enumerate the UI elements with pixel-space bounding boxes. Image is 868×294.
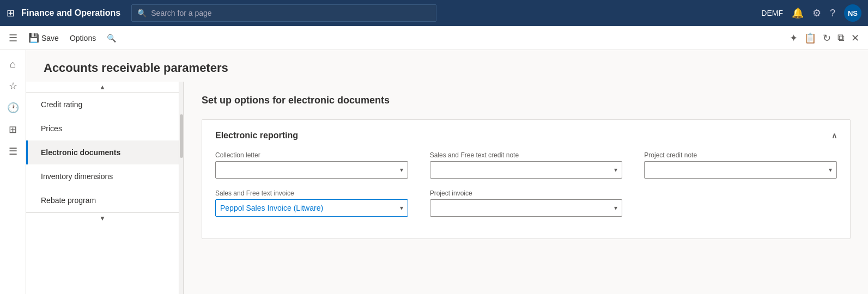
sales-credit-note-field: Sales and Free text credit note ▾: [430, 151, 623, 179]
chevron-down-icon: ▾: [614, 204, 617, 212]
sales-invoice-label: Sales and Free text invoice: [215, 189, 408, 197]
chevron-down-icon: ▾: [829, 166, 832, 174]
sales-credit-note-label: Sales and Free text credit note: [430, 151, 623, 159]
grid-menu-icon[interactable]: ⊞: [7, 7, 15, 19]
project-credit-note-dropdown[interactable]: ▾: [644, 161, 837, 179]
reporting-section-title: Electronic reporting ∧: [215, 131, 837, 140]
chevron-down-icon: ▾: [400, 204, 403, 212]
open-new-icon[interactable]: ⧉: [837, 32, 845, 44]
left-list: ▲ Credit rating Prices Electronic docume…: [26, 82, 179, 294]
sidebar-item-inventory-dimensions[interactable]: Inventory dimensions: [26, 164, 179, 188]
company-label: DEMF: [761, 9, 783, 17]
recent-icon[interactable]: 🕐: [3, 98, 23, 118]
collection-letter-dropdown[interactable]: ▾: [215, 161, 408, 179]
section-heading: Set up options for electronic documents: [202, 95, 851, 106]
collection-letter-field: Collection letter ▾: [215, 151, 408, 179]
bookmark-icon[interactable]: 📋: [804, 32, 816, 44]
chevron-down-icon: ▾: [614, 166, 617, 174]
search-box[interactable]: 🔍: [131, 4, 436, 22]
command-bar: ☰ 💾 Save Options 🔍 ✦ 📋 ↻ ⧉ ✕: [0, 26, 868, 50]
left-scrollbar[interactable]: [179, 82, 184, 294]
reporting-section: Electronic reporting ∧ Collection letter…: [202, 119, 851, 239]
collection-letter-label: Collection letter: [215, 151, 408, 159]
save-button[interactable]: 💾 Save: [24, 30, 63, 45]
chevron-down-icon: ▾: [400, 166, 403, 174]
project-credit-note-label: Project credit note: [644, 151, 837, 159]
split-area: ▲ Credit rating Prices Electronic docume…: [26, 82, 868, 294]
help-icon[interactable]: ?: [830, 8, 835, 19]
side-navigation: ⌂ ☆ 🕐 ⊞ ☰: [0, 50, 26, 294]
page-content: Accounts receivable parameters ▲ Credit …: [26, 50, 868, 294]
project-invoice-field: Project invoice ▾: [430, 189, 623, 217]
home-icon[interactable]: ⌂: [3, 54, 23, 74]
settings-icon[interactable]: ⚙: [812, 7, 821, 19]
sales-credit-note-dropdown[interactable]: ▾: [430, 161, 623, 179]
sidebar-item-credit-rating[interactable]: Credit rating: [26, 93, 179, 117]
personalize-icon[interactable]: ✦: [790, 32, 798, 44]
notification-icon[interactable]: 🔔: [792, 7, 804, 19]
main-layout: ⌂ ☆ 🕐 ⊞ ☰ Accounts receivable parameters…: [0, 50, 868, 294]
right-panel: Set up options for electronic documents …: [184, 82, 868, 294]
search-input[interactable]: [151, 9, 430, 17]
favorites-icon[interactable]: ☆: [3, 76, 23, 96]
command-bar-right: ✦ 📋 ↻ ⧉ ✕: [790, 32, 859, 44]
form-row-1: Collection letter ▾ Sales and Free text …: [215, 151, 837, 179]
top-navigation: ⊞ Finance and Operations 🔍 DEMF 🔔 ⚙ ? NS: [0, 0, 868, 26]
sidebar-item-electronic-documents[interactable]: Electronic documents: [26, 140, 179, 164]
sales-invoice-field: Sales and Free text invoice Peppol Sales…: [215, 189, 408, 217]
project-credit-note-field: Project credit note ▾: [644, 151, 837, 179]
scrollbar-thumb: [180, 114, 183, 158]
modules-icon[interactable]: ☰: [3, 142, 23, 161]
search-bar-button[interactable]: 🔍: [102, 32, 120, 45]
collapse-icon[interactable]: ∧: [831, 131, 837, 140]
close-icon[interactable]: ✕: [851, 32, 859, 44]
sales-invoice-value: Peppol Sales Invoice (Litware): [220, 204, 323, 212]
avatar[interactable]: NS: [844, 4, 861, 22]
project-invoice-label: Project invoice: [430, 189, 623, 197]
search-icon: 🔍: [137, 9, 147, 17]
scroll-up-button[interactable]: ▲: [26, 82, 179, 93]
nav-right: DEMF 🔔 ⚙ ? NS: [761, 4, 861, 22]
scroll-down-button[interactable]: ▼: [26, 212, 179, 223]
sidebar-item-rebate-program[interactable]: Rebate program: [26, 188, 179, 212]
page-title: Accounts receivable parameters: [26, 50, 868, 82]
search-cmd-icon: 🔍: [107, 34, 116, 42]
hamburger-icon[interactable]: ☰: [9, 32, 17, 44]
save-icon: 💾: [28, 33, 39, 43]
sidebar-item-prices[interactable]: Prices: [26, 117, 179, 140]
refresh-icon[interactable]: ↻: [823, 32, 831, 44]
app-title: Finance and Operations: [21, 8, 120, 18]
workspaces-icon[interactable]: ⊞: [3, 120, 23, 139]
options-button[interactable]: Options: [65, 32, 100, 45]
sales-invoice-dropdown[interactable]: Peppol Sales Invoice (Litware) ▾: [215, 199, 408, 217]
project-invoice-dropdown[interactable]: ▾: [430, 199, 623, 217]
form-row-2: Sales and Free text invoice Peppol Sales…: [215, 189, 837, 217]
